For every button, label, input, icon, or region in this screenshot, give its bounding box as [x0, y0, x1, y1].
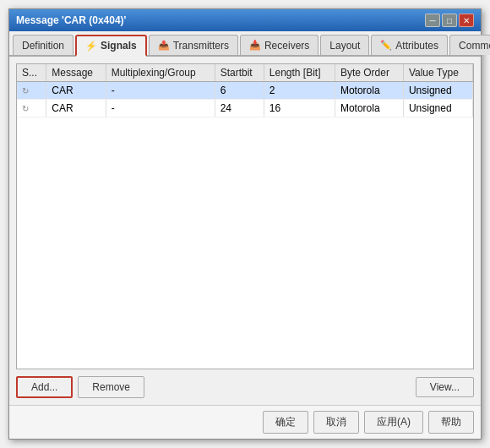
- remove-button[interactable]: Remove: [78, 376, 144, 398]
- cell-length: 2: [264, 82, 335, 100]
- signals-table-container[interactable]: S... Message Multiplexing/Group Startbit…: [16, 63, 474, 369]
- cell-valuetype: Unsigned: [403, 82, 472, 100]
- add-button[interactable]: Add...: [16, 376, 73, 398]
- tab-transmitters-label: Transmitters: [173, 40, 229, 52]
- cell-length: 16: [264, 100, 335, 117]
- footer-buttons: 确定 取消 应用(A) 帮助: [9, 405, 481, 439]
- signals-table: S... Message Multiplexing/Group Startbit…: [17, 64, 473, 117]
- cell-message: CAR: [46, 100, 106, 117]
- col-header-startbit: Startbit: [215, 64, 264, 82]
- tab-bar: Definition ⚡ Signals 📤 Transmitters 📥 Re…: [9, 31, 481, 57]
- signals-icon: ⚡: [85, 41, 97, 52]
- cell-mux: -: [106, 82, 215, 100]
- table-header-row: S... Message Multiplexing/Group Startbit…: [17, 64, 473, 82]
- col-header-length: Length [Bit]: [264, 64, 335, 82]
- col-header-message: Message: [46, 64, 106, 82]
- col-header-byteorder: Byte Order: [335, 64, 403, 82]
- tab-layout-label: Layout: [329, 40, 360, 52]
- tab-signals[interactable]: ⚡ Signals: [75, 35, 147, 57]
- tab-attributes-label: Attributes: [395, 40, 438, 52]
- left-buttons: Add... Remove: [16, 376, 144, 398]
- col-header-signal: S...: [17, 64, 46, 82]
- cell-signal-icon: ↻: [17, 100, 46, 117]
- table-row[interactable]: ↻ CAR - 24 16 Motorola Unsigned: [17, 100, 473, 117]
- cell-startbit: 6: [215, 82, 264, 100]
- cell-mux: -: [106, 100, 215, 117]
- main-window: Message 'CAR (0x404)' ─ □ ✕ Definition ⚡…: [8, 8, 482, 440]
- tab-receivers[interactable]: 📥 Receivers: [240, 35, 318, 55]
- cancel-button[interactable]: 取消: [313, 411, 359, 434]
- tab-definition[interactable]: Definition: [13, 35, 74, 55]
- apply-button[interactable]: 应用(A): [364, 411, 423, 434]
- ok-button[interactable]: 确定: [263, 411, 308, 434]
- close-button[interactable]: ✕: [459, 14, 474, 27]
- transmitters-icon: 📤: [158, 40, 170, 51]
- tab-comment-label: Comment: [459, 40, 490, 52]
- cell-signal-icon: ↻: [17, 82, 46, 100]
- cell-message: CAR: [46, 82, 106, 100]
- tab-receivers-label: Receivers: [264, 40, 309, 52]
- table-row[interactable]: ↻ CAR - 6 2 Motorola Unsigned: [17, 82, 473, 100]
- tab-definition-label: Definition: [22, 40, 64, 52]
- title-controls: ─ □ ✕: [425, 14, 474, 27]
- cell-byteorder: Motorola: [335, 100, 403, 117]
- cell-valuetype: Unsigned: [403, 100, 472, 117]
- receivers-icon: 📥: [249, 40, 261, 51]
- table-body: ↻ CAR - 6 2 Motorola Unsigned ↻ CAR - 24…: [17, 82, 473, 117]
- tab-content: S... Message Multiplexing/Group Startbit…: [9, 57, 481, 405]
- tab-signals-label: Signals: [101, 40, 137, 52]
- view-button[interactable]: View...: [416, 377, 474, 397]
- attributes-icon: ✏️: [380, 40, 392, 51]
- tab-layout[interactable]: Layout: [320, 35, 369, 55]
- tab-comment[interactable]: Comment: [449, 35, 490, 55]
- minimize-button[interactable]: ─: [425, 14, 440, 27]
- help-button[interactable]: 帮助: [428, 411, 474, 434]
- window-title: Message 'CAR (0x404)': [16, 14, 126, 26]
- title-bar: Message 'CAR (0x404)' ─ □ ✕: [9, 9, 481, 31]
- tab-attributes[interactable]: ✏️ Attributes: [371, 35, 448, 55]
- cell-byteorder: Motorola: [335, 82, 403, 100]
- cell-startbit: 24: [215, 100, 264, 117]
- tab-transmitters[interactable]: 📤 Transmitters: [149, 35, 238, 55]
- action-buttons: Add... Remove View...: [16, 376, 474, 398]
- col-header-mux: Multiplexing/Group: [106, 64, 215, 82]
- maximize-button[interactable]: □: [442, 14, 457, 27]
- col-header-valuetype: Value Type: [403, 64, 472, 82]
